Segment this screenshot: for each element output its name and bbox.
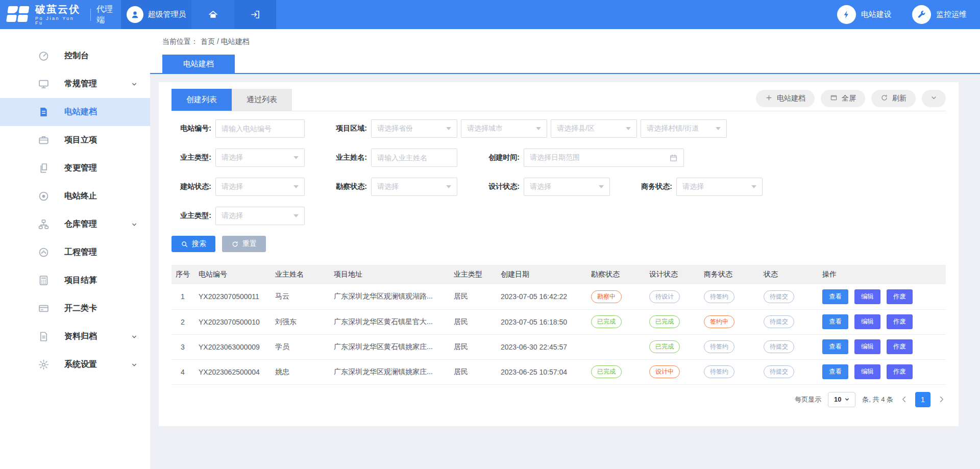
nav-station-build[interactable]: 电站建设 (837, 0, 892, 29)
plus-icon (765, 94, 773, 103)
cell-index: 2 (172, 309, 194, 334)
per-page-select[interactable]: 10 (828, 392, 855, 407)
filter-row-2: 建站状态: 请选择 勘察状态: 请选择 设计状态: 请选择 商务状态: 请选择 (172, 178, 946, 196)
refresh-button[interactable]: 刷新 (871, 90, 916, 107)
filter-label: 商务状态: (632, 182, 672, 191)
cell-created: 2023-06-25 10:57:04 (497, 359, 587, 384)
cell-owner: 马云 (271, 284, 330, 309)
per-page-label: 每页显示 (795, 395, 821, 404)
caret-down-icon (446, 185, 451, 188)
sidebar-item-8[interactable]: 项目结算 (0, 266, 150, 294)
status-badge: 待签约 (704, 290, 734, 303)
edit-button[interactable]: 编辑 (854, 314, 880, 329)
cell-actions: 查看编辑作废 (818, 309, 946, 334)
col-header-4: 业主类型 (450, 265, 497, 284)
table-row-3: 4YX2023062500004姚忠广东深圳龙华区观澜镇姚家庄...居民2023… (172, 359, 946, 384)
status-badge: 待提交 (764, 315, 794, 328)
nav-monitor-ops[interactable]: 监控运维 (912, 0, 967, 29)
sidebar-item-0[interactable]: 控制台 (0, 42, 150, 70)
edit-button[interactable]: 编辑 (854, 289, 880, 304)
caret-down-icon (446, 127, 451, 130)
sidebar-item-2[interactable]: 电站建档 (0, 98, 150, 126)
sidebar-item-label: 项目结算 (64, 275, 97, 286)
sidebar-item-5[interactable]: 电站终止 (0, 182, 150, 210)
void-button[interactable]: 作废 (887, 289, 913, 304)
status-badge: 勘察中 (591, 290, 622, 303)
gear-icon (38, 359, 50, 371)
sidebar-item-1[interactable]: 常规管理 (0, 70, 150, 98)
sidebar-item-7[interactable]: 工程管理 (0, 238, 150, 266)
view-button[interactable]: 查看 (822, 314, 848, 329)
sidebar-item-label: 开二类卡 (64, 303, 97, 314)
prev-page-button[interactable] (900, 395, 909, 404)
logout-button[interactable] (234, 0, 276, 29)
sidebar-item-6[interactable]: 仓库管理 (0, 210, 150, 238)
filter-label: 业主类型: (172, 153, 211, 162)
cell-survey-status: 已完成 (587, 309, 645, 334)
reset-button[interactable]: 重置 (222, 236, 266, 252)
view-button[interactable]: 查看 (822, 339, 848, 354)
refresh-icon (880, 94, 888, 103)
calendar-icon (669, 154, 678, 162)
cell-station_no: YX2023070500011 (194, 284, 271, 309)
owner-type-select-2[interactable]: 请选择 (215, 207, 305, 225)
sidebar-item-11[interactable]: 系统设置 (0, 351, 150, 379)
filter-label: 设计状态: (480, 182, 520, 191)
caret-down-icon (599, 185, 604, 188)
sitemap-icon (38, 218, 50, 230)
void-button[interactable]: 作废 (887, 364, 913, 379)
add-station-button[interactable]: 电站建档 (756, 90, 815, 107)
design-status-select[interactable]: 请选择 (524, 178, 610, 196)
cell-business-status: 待签约 (700, 284, 760, 309)
document-icon (38, 106, 50, 118)
page-1-button[interactable]: 1 (915, 392, 930, 407)
view-button[interactable]: 查看 (822, 364, 848, 379)
search-button[interactable]: 搜索 (172, 236, 215, 252)
build-status-select[interactable]: 请选择 (215, 178, 305, 196)
cell-station_no: YX2023070500010 (194, 309, 271, 334)
town-select[interactable]: 请选择村镇/街道 (641, 119, 727, 138)
next-page-button[interactable] (937, 395, 946, 404)
tab-create-list[interactable]: 创建列表 (172, 89, 232, 111)
cell-actions: 查看编辑作废 (818, 359, 946, 384)
edit-button[interactable]: 编辑 (854, 364, 880, 379)
void-button[interactable]: 作废 (887, 339, 913, 354)
business-status-select[interactable]: 请选择 (676, 178, 763, 196)
page-tab-station-archive[interactable]: 电站建档 (162, 55, 235, 73)
cell-survey-status: 已完成 (587, 359, 645, 384)
pagination: 每页显示 10 条, 共 4 条 1 (172, 392, 946, 407)
sidebar-item-10[interactable]: 资料归档 (0, 323, 150, 351)
sidebar-item-label: 电站建档 (64, 107, 97, 117)
city-select[interactable]: 请选择城市 (461, 119, 547, 138)
table-row-1: 2YX2023070500010刘强东广东深圳龙华区黄石镇星官大...居民202… (172, 309, 946, 334)
tab-passed-list[interactable]: 通过列表 (232, 89, 292, 111)
caret-down-icon (293, 156, 299, 159)
district-select[interactable]: 请选择县/区 (551, 119, 637, 138)
view-button[interactable]: 查看 (822, 289, 848, 304)
cell-business-status: 待签约 (700, 359, 760, 384)
sidebar-item-4[interactable]: 变更管理 (0, 154, 150, 182)
status-badge: 待提交 (764, 340, 794, 353)
status-badge: 已完成 (591, 315, 622, 328)
owner-type-select[interactable]: 请选择 (215, 149, 305, 167)
void-button[interactable]: 作废 (887, 314, 913, 329)
survey-status-select[interactable]: 请选择 (371, 178, 457, 196)
fullscreen-icon (830, 94, 838, 103)
col-header-7: 设计状态 (645, 265, 700, 284)
sidebar-item-9[interactable]: 开二类卡 (0, 294, 150, 323)
sidebar-item-3[interactable]: 项目立项 (0, 126, 150, 154)
status-badge: 待提交 (764, 290, 794, 303)
content-panel: 创建列表 通过列表 电站建档 全屏 刷新 电站编号: 项目区域: 请选择省份 请… (159, 82, 959, 426)
collapse-button[interactable] (922, 90, 946, 107)
home-button[interactable] (191, 0, 234, 29)
user-menu[interactable]: 超级管理员 (121, 0, 191, 29)
create-time-range[interactable]: 请选择日期范围 (524, 149, 684, 167)
fullscreen-button[interactable]: 全屏 (821, 90, 865, 107)
sidebar-item-label: 电站终止 (64, 191, 97, 202)
edit-button[interactable]: 编辑 (854, 339, 880, 354)
cell-business-status: 待签约 (700, 334, 760, 359)
cell-created: 2023-07-05 16:42:22 (497, 284, 587, 309)
total-count-label: 条, 共 4 条 (862, 395, 893, 404)
province-select[interactable]: 请选择省份 (371, 119, 457, 138)
filter-label: 业主类型: (172, 211, 211, 220)
